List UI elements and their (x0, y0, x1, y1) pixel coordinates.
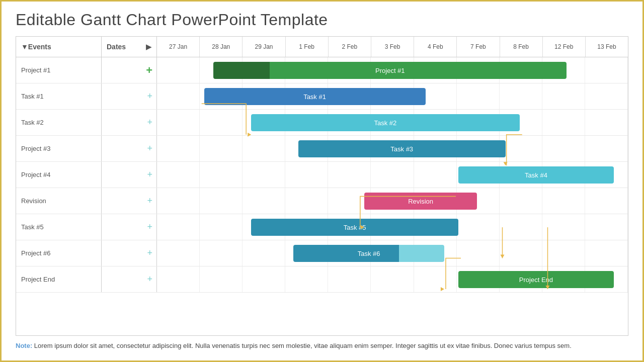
timeline-row: Task #1 (157, 83, 628, 109)
timeline-date-9: 12 Feb (543, 37, 586, 57)
row-event-label: Project #6 (16, 240, 102, 266)
add-task-button[interactable]: + (147, 117, 152, 128)
gantt-row: Revision+Revision (16, 188, 628, 214)
row-event-label: Task #1 (16, 83, 102, 109)
gantt-row: Task #5+Task #5 (16, 214, 628, 240)
gantt-row: Project #6+Task #6 (16, 240, 628, 266)
gantt-header: ▼ Events Dates ▶ 27 Jan28 Jan29 Jan1 Feb… (16, 37, 628, 57)
row-dates-cell[interactable]: + (102, 136, 157, 161)
timeline-date-7: 7 Feb (457, 37, 500, 57)
timeline-header: 27 Jan28 Jan29 Jan1 Feb2 Feb3 Feb4 Feb7 … (157, 37, 628, 57)
timeline-row: Project #1 (157, 57, 628, 83)
add-task-button[interactable]: + (147, 143, 152, 154)
timeline-row: Task #4 (157, 162, 628, 188)
timeline-date-6: 4 Feb (414, 37, 457, 57)
row-event-label: Task #5 (16, 214, 102, 240)
timeline-date-4: 2 Feb (329, 37, 371, 57)
row-event-label: Project #3 (16, 136, 102, 161)
gantt-row: Project End+Project End (16, 266, 628, 293)
row-dates-cell[interactable]: + (102, 162, 157, 188)
timeline-date-8: 8 Feb (500, 37, 543, 57)
gantt-row: Task #2+Task #2 (16, 110, 628, 136)
timeline-date-2: 29 Jan (243, 37, 285, 57)
col-dates-header: Dates ▶ (102, 37, 157, 57)
timeline-row: Task #6 (157, 240, 628, 266)
timeline-row: Task #5 (157, 214, 628, 240)
row-dates-cell[interactable]: + (102, 240, 157, 266)
row-event-label: Revision (16, 188, 102, 214)
row-dates-cell[interactable]: + (102, 266, 157, 292)
row-dates-cell[interactable]: + (102, 83, 157, 109)
row-event-label: Project #4 (16, 162, 102, 188)
row-dates-cell[interactable]: + (102, 57, 157, 83)
timeline-date-5: 3 Feb (371, 37, 414, 57)
gantt-chart: ▼ Events Dates ▶ 27 Jan28 Jan29 Jan1 Feb… (16, 36, 628, 336)
note-section: Note: Lorem ipsum dolor sit amet, consec… (16, 341, 628, 351)
row-dates-cell[interactable]: + (102, 110, 157, 135)
page-title: Editable Gantt Chart PowerPoint Template (16, 11, 628, 29)
col-events-header: ▼ Events (16, 37, 102, 57)
chevron-down-icon: ▼ (21, 43, 28, 51)
add-task-button[interactable]: + (146, 64, 152, 77)
dates-label: Dates (107, 43, 126, 51)
timeline-row: Task #2 (157, 110, 628, 135)
timeline-row: Task #3 (157, 136, 628, 161)
gantt-row: Project #3+Task #3 (16, 136, 628, 162)
add-task-button[interactable]: + (147, 222, 152, 232)
add-task-button[interactable]: + (147, 274, 152, 285)
timeline-row: Project End (157, 266, 628, 292)
timeline-date-3: 1 Feb (286, 37, 329, 57)
row-dates-cell[interactable]: + (102, 214, 157, 240)
gantt-row: Project #4+Task #4 (16, 162, 628, 188)
chevron-right-icon: ▶ (146, 43, 151, 51)
row-dates-cell[interactable]: + (102, 188, 157, 214)
gantt-row: Project #1+Project #1 (16, 57, 628, 83)
gantt-body: Project #1+Project #1Task #1+Task #1Task… (16, 57, 628, 335)
timeline-row: Revision (157, 188, 628, 214)
timeline-date-0: 27 Jan (157, 37, 200, 57)
add-task-button[interactable]: + (147, 196, 152, 206)
add-task-button[interactable]: + (147, 91, 152, 102)
row-event-label: Project End (16, 266, 102, 292)
note-text: Lorem ipsum dolor sit amet, consectetur … (32, 342, 572, 349)
row-event-label: Task #2 (16, 110, 102, 135)
add-task-button[interactable]: + (147, 248, 152, 258)
add-task-button[interactable]: + (147, 169, 152, 180)
gantt-row: Task #1+Task #1 (16, 83, 628, 110)
row-event-label: Project #1 (16, 57, 102, 83)
events-label: Events (28, 43, 51, 51)
timeline-date-1: 28 Jan (200, 37, 243, 57)
timeline-date-10: 13 Feb (586, 37, 628, 57)
note-label: Note: (16, 342, 32, 349)
